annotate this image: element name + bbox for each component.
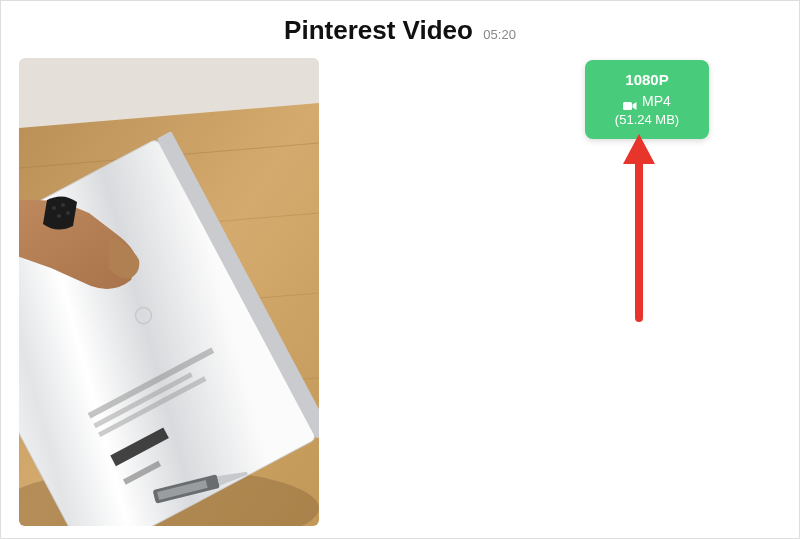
svg-point-18: [52, 206, 56, 210]
content-row: iPad Pro: [1, 54, 799, 539]
download-format: MP4: [642, 92, 671, 111]
download-panel: 1080P MP4 (51.24 MB): [359, 58, 781, 526]
annotation-arrow: [619, 134, 659, 320]
video-camera-icon: [623, 97, 637, 107]
svg-rect-22: [623, 102, 632, 110]
svg-point-20: [57, 214, 61, 218]
download-resolution: 1080P: [593, 70, 701, 90]
video-duration: 05:20: [483, 27, 516, 42]
svg-point-19: [61, 203, 65, 207]
video-thumbnail[interactable]: iPad Pro: [19, 58, 319, 526]
page-header: Pinterest Video 05:20: [1, 1, 799, 54]
page-title: Pinterest Video: [284, 15, 473, 45]
download-format-row: MP4: [593, 92, 701, 111]
download-button[interactable]: 1080P MP4 (51.24 MB): [585, 60, 709, 139]
download-size: (51.24 MB): [593, 111, 701, 129]
svg-point-21: [66, 211, 70, 215]
svg-marker-24: [623, 134, 655, 164]
